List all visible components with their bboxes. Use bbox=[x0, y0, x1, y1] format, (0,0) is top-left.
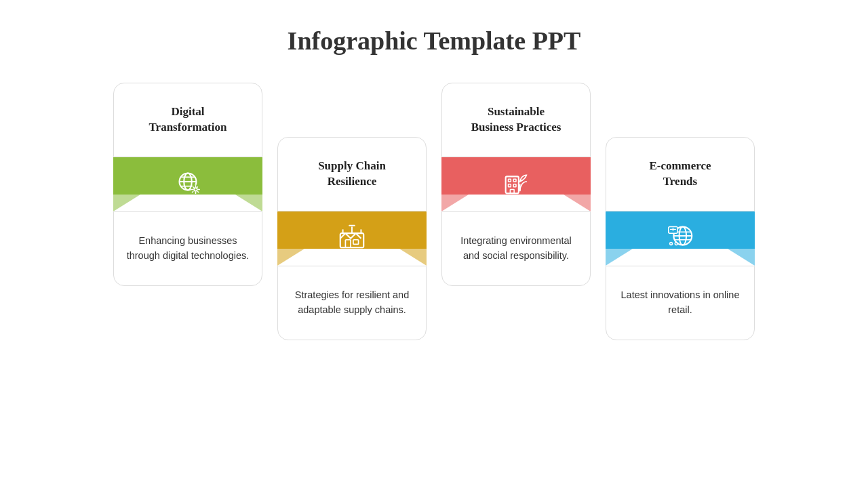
svg-marker-30 bbox=[606, 249, 633, 266]
svg-marker-12 bbox=[399, 249, 427, 266]
card-title-digital-transformation: DigitalTransformation bbox=[113, 83, 262, 157]
svg-rect-15 bbox=[353, 240, 359, 245]
card-digital-transformation: DigitalTransformation Enhancing business… bbox=[113, 83, 262, 286]
svg-marker-11 bbox=[277, 249, 304, 266]
svg-marker-2 bbox=[235, 195, 262, 211]
card-desc-ecommerce-trends: Latest innovations in online retail. bbox=[606, 266, 755, 340]
cart-globe-icon bbox=[665, 220, 696, 257]
gear-globe-icon bbox=[172, 166, 203, 203]
card-title-ecommerce-trends: E-commerceTrends bbox=[606, 137, 755, 211]
building-leaf-icon bbox=[500, 166, 532, 203]
svg-marker-21 bbox=[564, 195, 591, 211]
card-ecommerce-trends: E-commerceTrends Latest innovations in o… bbox=[606, 137, 755, 340]
card-title-sustainable-business-practices: SustainableBusiness Practices bbox=[441, 83, 591, 157]
svg-marker-1 bbox=[113, 195, 140, 211]
card-ribbon-supply-chain-resilience bbox=[277, 211, 427, 266]
card-desc-supply-chain-resilience: Strategies for resilient and adaptable s… bbox=[277, 266, 427, 340]
svg-point-39 bbox=[675, 243, 677, 245]
svg-rect-22 bbox=[506, 176, 519, 193]
card-desc-sustainable-business-practices: Integrating environmental and social res… bbox=[441, 211, 591, 286]
svg-marker-20 bbox=[441, 195, 469, 211]
card-ribbon-ecommerce-trends bbox=[606, 211, 755, 266]
svg-rect-24 bbox=[513, 179, 516, 182]
svg-rect-14 bbox=[345, 240, 351, 248]
card-sustainable-business-practices: SustainableBusiness Practices Integratin… bbox=[441, 83, 591, 286]
cards-container: DigitalTransformation Enhancing business… bbox=[0, 83, 868, 340]
card-title-supply-chain-resilience: Supply ChainResilience bbox=[277, 137, 427, 211]
factory-gear-icon bbox=[336, 220, 368, 257]
svg-marker-31 bbox=[728, 249, 755, 266]
svg-rect-26 bbox=[513, 184, 516, 187]
card-ribbon-digital-transformation bbox=[113, 157, 262, 211]
card-supply-chain-resilience: Supply ChainResilience Strategies for re… bbox=[277, 137, 427, 340]
page-title: Infographic Template PPT bbox=[288, 26, 581, 56]
card-ribbon-sustainable-business-practices bbox=[441, 157, 591, 211]
svg-rect-23 bbox=[509, 179, 511, 182]
card-desc-digital-transformation: Enhancing businesses through digital tec… bbox=[113, 211, 262, 286]
svg-rect-25 bbox=[509, 184, 511, 187]
svg-point-38 bbox=[670, 243, 673, 245]
